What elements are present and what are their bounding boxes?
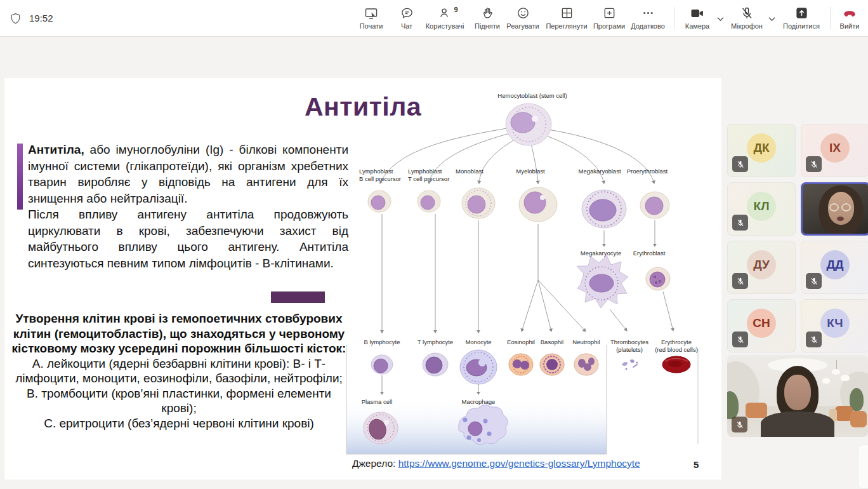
label-basophil: Basophil xyxy=(541,338,563,345)
pendant-lamp xyxy=(841,375,850,381)
svg-text:(platelets): (platelets) xyxy=(616,346,643,353)
label-myeloblast: Myeloblast xyxy=(516,168,545,175)
label-lymphoblast-b: Lymphoblast xyxy=(359,168,393,175)
paragraph-1: Антитіла, або імуноглобуліни (Ig) - білк… xyxy=(28,142,348,206)
label-eosinophil: Eosinophil xyxy=(507,338,535,345)
block-heading: Утворення клітин крові із гемопоетичних … xyxy=(12,312,346,355)
participant-tile[interactable]: КЧ xyxy=(801,299,868,352)
participant-tile[interactable]: ІХ xyxy=(801,124,868,177)
hematopoiesis-diagram: Hemocytoblast (stem cell) Lymphoblast B … xyxy=(345,78,700,456)
meeting-timer: 19:52 xyxy=(29,13,53,23)
svg-text:(red blood cells): (red blood cells) xyxy=(655,346,698,353)
chat-icon xyxy=(400,4,414,22)
stem-cell-illustration xyxy=(506,104,551,145)
glasses-icon xyxy=(829,203,839,211)
more-options-button[interactable]: Додатково xyxy=(626,4,670,30)
list-item-a: А. лейкоцити (ядерні безбарвні клітини к… xyxy=(8,356,350,386)
camera-on-icon xyxy=(689,4,706,22)
mic-muted-badge xyxy=(732,215,748,231)
participant-tile[interactable]: КЛ xyxy=(727,182,796,236)
page-number: 5 xyxy=(694,459,699,470)
sofa-left xyxy=(746,403,767,418)
avatar: ІХ xyxy=(820,133,850,163)
mic-muted-badge xyxy=(732,332,748,347)
source-link[interactable]: https://www.genome.gov/genetics-glossary… xyxy=(398,458,640,469)
chat-button[interactable]: Чат xyxy=(391,4,423,30)
person-face xyxy=(784,375,811,410)
mic-muted-badge xyxy=(806,332,822,347)
avatar: КЛ xyxy=(747,192,776,221)
shared-slide: Антитіла Антитіла, або імуноглобуліни (I… xyxy=(4,78,721,479)
camera-button[interactable]: Камера xyxy=(680,4,714,30)
definition-paragraphs: Антитіла, або імуноглобуліни (Ig) - білк… xyxy=(28,142,348,271)
label-neutrophil: Neutrophil xyxy=(572,338,600,345)
mic-options-chevron[interactable] xyxy=(768,13,775,24)
grid-view-icon xyxy=(560,4,574,22)
label-erythroblast: Erythroblast xyxy=(633,250,666,257)
ellipsis-icon xyxy=(641,4,655,22)
person-body xyxy=(761,412,834,437)
hematopoiesis-text-block: Утворення клітин крові із гемопоетичних … xyxy=(8,311,350,431)
mic-muted-badge xyxy=(732,273,748,289)
label-plasma-cell: Plasma cell xyxy=(362,398,393,405)
paragraph-1-lead: Антитіла, xyxy=(28,143,84,156)
mic-muted-badge xyxy=(732,156,748,172)
accent-bar xyxy=(17,144,23,210)
label-b-lymphocyte: B lymphocyte xyxy=(364,338,400,345)
list-item-b: В. тромбоцити (кров’яні пластинки, форме… xyxy=(8,386,350,416)
add-app-icon xyxy=(602,4,617,22)
glasses-icon xyxy=(841,203,851,211)
security-shield-icon xyxy=(9,11,22,29)
label-hemocytoblast: Hemocytoblast (stem cell) xyxy=(497,92,567,99)
pendant-lamp xyxy=(832,369,840,375)
label-megakaryoblast: Megakaryoblast xyxy=(578,168,621,175)
share-button[interactable]: Поділитися xyxy=(778,4,825,30)
mic-muted-badge xyxy=(806,156,822,172)
smiley-icon xyxy=(516,4,530,22)
leave-button[interactable]: Вийти xyxy=(834,4,865,30)
teacher-video-tile[interactable] xyxy=(727,355,868,437)
label-thrombocytes: Thrombocytes xyxy=(610,338,648,345)
meeting-toolbar: 19:52 Почати Чат 9 Користувачі xyxy=(0,0,868,37)
speaker-video-tile[interactable] xyxy=(801,182,868,236)
apps-button[interactable]: Програми xyxy=(589,4,629,30)
accent-rectangle xyxy=(271,291,325,303)
camera-options-chevron[interactable] xyxy=(717,13,724,24)
label-megakaryocyte: Megakaryocyte xyxy=(581,250,621,257)
chair-right xyxy=(850,411,867,427)
label-proerythroblast: Proerythroblast xyxy=(627,168,668,175)
participants-count-badge: 9 xyxy=(454,6,457,13)
source-label: Джерело: xyxy=(352,458,395,469)
label-erythrocyte: Erythrocyte xyxy=(661,338,692,345)
participant-tile[interactable]: ДК xyxy=(727,124,796,177)
svg-text:B cell precursor: B cell precursor xyxy=(359,175,401,182)
hang-up-icon xyxy=(841,4,858,22)
microphone-button[interactable]: Мікрофон xyxy=(727,4,767,30)
label-monoblast: Monoblast xyxy=(456,168,483,175)
participant-tile[interactable]: ДУ xyxy=(727,241,796,294)
label-macrophage: Macrophage xyxy=(462,398,496,405)
participants-button[interactable]: 9 Користувачі xyxy=(421,4,469,30)
participants-icon: 9 xyxy=(438,4,452,22)
start-presenting-button[interactable]: Почати xyxy=(353,4,390,30)
raise-hand-button[interactable]: Підняти xyxy=(470,4,505,30)
collapsed-panel-corner[interactable] xyxy=(858,445,868,489)
avatar: СН xyxy=(747,309,776,338)
participant-tile[interactable]: ДД xyxy=(801,241,868,294)
avatar: ДД xyxy=(820,250,850,279)
source-line: Джерело: https://www.genome.gov/genetics… xyxy=(352,458,640,469)
raised-hand-icon xyxy=(480,4,495,22)
participant-tile[interactable]: СН xyxy=(727,299,796,352)
view-button[interactable]: Переглянути xyxy=(539,4,594,30)
mic-muted-badge xyxy=(732,417,747,432)
avatar: ДК xyxy=(747,133,776,163)
share-screen-icon xyxy=(364,4,379,22)
label-lymphoblast-t: Lymphoblast xyxy=(408,168,442,175)
svg-text:T cell precursor: T cell precursor xyxy=(408,175,449,182)
toolbar-divider xyxy=(830,7,831,29)
react-button[interactable]: Реагувати xyxy=(503,4,543,30)
label-monocyte: Monocyte xyxy=(465,338,491,345)
mic-muted-icon xyxy=(739,4,754,22)
avatar: КЧ xyxy=(820,309,850,338)
mic-muted-badge xyxy=(806,273,822,289)
